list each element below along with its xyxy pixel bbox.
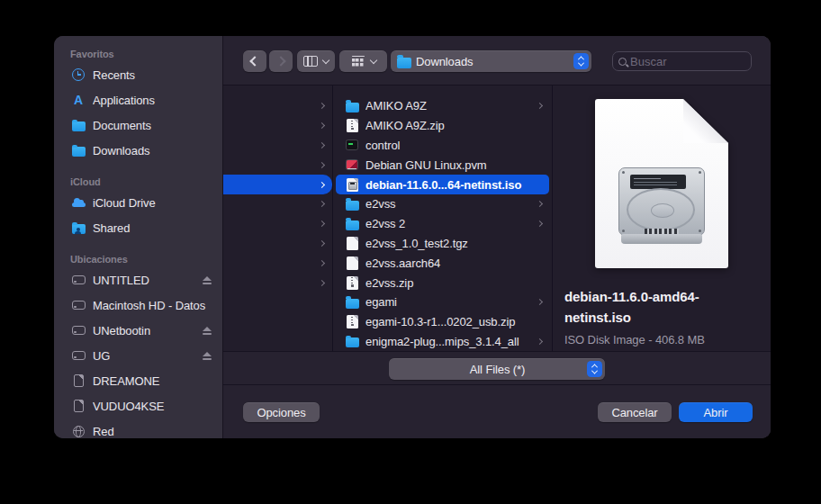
chevron-right-icon <box>319 240 325 247</box>
folder-icon <box>397 54 411 68</box>
parent-row[interactable] <box>223 136 332 156</box>
search-input[interactable] <box>630 55 745 68</box>
preview-pane: debian-11.6.0-amd64-netinst.iso ISO Disk… <box>553 86 771 351</box>
sidebar-item-applications[interactable]: Applications <box>54 87 222 112</box>
parent-row[interactable] <box>223 155 332 175</box>
sidebar-item-macintosh-hd-datos[interactable]: Macintosh HD - Datos <box>54 292 222 318</box>
sidebar-item-red[interactable]: Red <box>54 418 222 438</box>
chevron-down-icon <box>322 56 329 63</box>
document-file-icon <box>345 236 359 250</box>
eject-icon[interactable] <box>202 327 212 335</box>
sidebar-item-label: VUDUO4KSE <box>93 400 212 413</box>
sidebar-item-icloud-drive[interactable]: iCloud Drive <box>54 190 222 215</box>
file-name: e2vss 2 <box>365 217 531 230</box>
sidebar-item-untitled[interactable]: UNTITLED <box>54 267 222 292</box>
open-button[interactable]: Abrir <box>679 402 753 422</box>
group-view-icon <box>351 56 365 68</box>
sidebar-item-downloads[interactable]: Downloads <box>54 138 222 163</box>
sidebar-item-shared[interactable]: Shared <box>54 215 222 240</box>
network-globe-icon <box>69 423 87 438</box>
group-by-button[interactable] <box>339 50 387 72</box>
chevron-right-icon <box>319 122 325 129</box>
forward-button[interactable] <box>269 50 293 72</box>
file-row[interactable]: control <box>336 136 549 156</box>
parent-row[interactable] <box>223 234 332 254</box>
file-name: e2vss.zip <box>365 276 542 290</box>
sidebar-item-label: Red <box>93 425 212 438</box>
file-type-popup[interactable]: All Files (*) <box>389 358 605 380</box>
sidebar-item-recents[interactable]: Recents <box>54 62 222 87</box>
file-row[interactable]: egami-10.3-r1...0202_usb.zip <box>336 312 549 332</box>
sidebar-item-label: Recents <box>93 68 212 82</box>
file-name: e2vss.aarch64 <box>365 256 542 270</box>
sidebar-item-label: DREAMONE <box>93 374 212 388</box>
chevron-right-icon <box>537 338 543 345</box>
eject-icon[interactable] <box>202 352 212 360</box>
preview-file-name: debian-11.6.0-amd64-netinst.iso <box>553 286 771 328</box>
parent-row[interactable] <box>223 253 332 273</box>
chevron-right-icon <box>275 56 285 66</box>
volume-icon <box>69 297 87 313</box>
volume-icon <box>69 272 87 288</box>
sidebar-item-label: UNTITLED <box>93 274 196 287</box>
file-row-selected[interactable]: debian-11.6.0...64-netinst.iso <box>336 175 549 194</box>
column-browser: AMIKO A9Z AMIKO A9Z.zip control Debian G… <box>223 86 771 351</box>
dialog-footer: Opciones Cancelar Abrir <box>223 384 771 438</box>
eject-icon[interactable] <box>202 276 212 284</box>
chevron-right-icon <box>537 299 543 305</box>
parent-row[interactable] <box>223 194 332 214</box>
file-row[interactable]: e2vss <box>336 194 549 214</box>
parent-row[interactable] <box>223 116 332 136</box>
file-row[interactable]: e2vss 2 <box>336 214 549 234</box>
parent-row[interactable] <box>223 273 332 292</box>
location-popup[interactable]: Downloads <box>391 50 591 72</box>
file-row[interactable]: Debian GNU Linux.pvm <box>336 155 549 175</box>
zip-archive-icon <box>345 315 359 329</box>
options-button[interactable]: Opciones <box>243 402 320 422</box>
terminal-file-icon <box>345 138 359 152</box>
document-icon <box>69 398 87 414</box>
file-row[interactable]: AMIKO A9Z <box>336 96 549 116</box>
chevron-down-icon <box>369 56 376 63</box>
cancel-button[interactable]: Cancelar <box>598 402 672 422</box>
view-mode-button[interactable] <box>297 50 335 72</box>
file-row[interactable]: AMIKO A9Z.zip <box>336 116 549 136</box>
sidebar-item-vuduo4kse[interactable]: VUDUO4KSE <box>54 393 222 418</box>
applications-icon <box>69 92 87 108</box>
vm-file-icon <box>345 158 359 172</box>
sidebar-item-dreamone[interactable]: DREAMONE <box>54 368 222 393</box>
sidebar-item-documents[interactable]: Documents <box>54 112 222 138</box>
parent-column <box>223 86 333 351</box>
sidebar-item-unetbootin[interactable]: UNetbootin <box>54 318 222 343</box>
file-row[interactable]: e2vss.zip <box>336 273 549 292</box>
sidebar-section-icloud: iCloud <box>54 176 222 187</box>
parent-row-selected[interactable] <box>223 175 332 194</box>
parent-row[interactable] <box>223 214 332 234</box>
shared-folder-icon <box>69 220 87 236</box>
sidebar-item-label: UNetbootin <box>93 324 196 338</box>
file-row[interactable]: egami <box>336 292 549 312</box>
chevron-right-icon <box>319 142 325 148</box>
chevron-right-icon <box>319 103 325 109</box>
sidebar-item-label: iCloud Drive <box>93 196 212 210</box>
search-field[interactable] <box>612 51 752 71</box>
sidebar-item-label: Applications <box>93 94 212 107</box>
chevron-right-icon <box>319 280 325 286</box>
file-name: e2vss <box>365 197 531 211</box>
file-row[interactable]: e2vss.aarch64 <box>336 253 549 273</box>
file-row[interactable]: e2vss_1.0_test2.tgz <box>336 234 549 254</box>
file-name: Debian GNU Linux.pvm <box>365 158 542 172</box>
folder-icon <box>69 117 87 133</box>
back-button[interactable] <box>243 50 266 72</box>
folder-icon <box>345 99 359 113</box>
file-row[interactable]: enigma2-plug...mips_3.1.4_all <box>336 332 549 352</box>
chevron-right-icon <box>537 201 543 207</box>
chevron-right-icon <box>537 220 543 227</box>
file-name: e2vss_1.0_test2.tgz <box>365 237 542 250</box>
sidebar-item-ug[interactable]: UG <box>54 343 222 368</box>
parent-row[interactable] <box>223 96 332 116</box>
desktop-background: Favoritos Recents Applications Documents… <box>0 0 821 504</box>
column-view-icon <box>303 56 318 67</box>
search-icon <box>618 58 627 66</box>
open-file-dialog: Favoritos Recents Applications Documents… <box>54 36 771 438</box>
